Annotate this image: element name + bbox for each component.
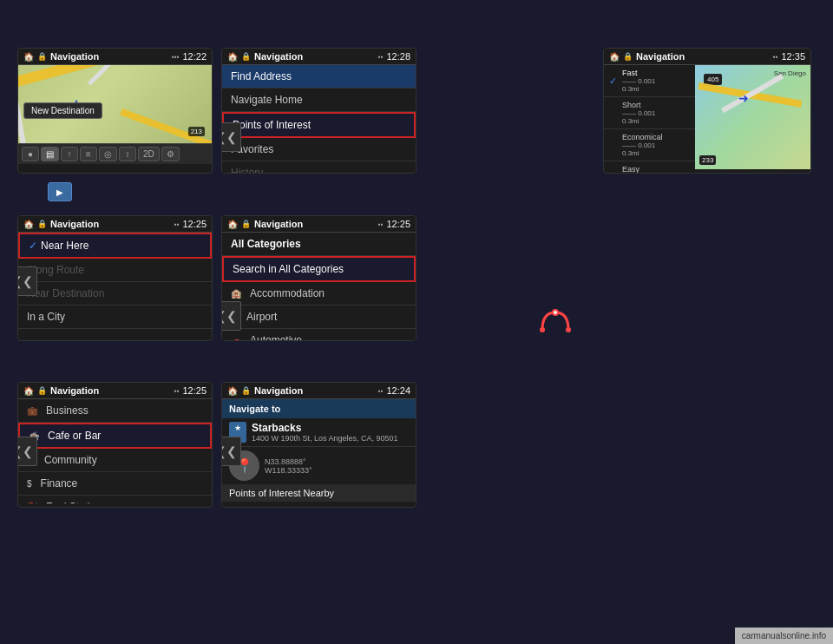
- p2-lock-icon: 🔒: [241, 52, 251, 61]
- menu-near-here[interactable]: ✓ Near Here: [18, 233, 212, 259]
- coords-n: N33.88888°: [265, 457, 312, 466]
- route-road-label: 233: [699, 155, 716, 165]
- nav-btn-poi[interactable]: ◎: [99, 147, 117, 161]
- menu-points-of-interest[interactable]: Points of Interest: [222, 112, 416, 138]
- near-here-check: ✓: [29, 240, 37, 252]
- svg-point-0: [540, 327, 545, 332]
- nav-btn-map[interactable]: ▤: [41, 147, 59, 161]
- road-yellow: [18, 65, 212, 89]
- panel-categories: 🏠 🔒 Navigation ▪▪ 12:25 ❮❮ All Categorie…: [221, 215, 416, 341]
- navigate-to-header: Navigate to: [222, 399, 416, 418]
- panel-nav-menu: 🏠 🔒 Navigation ▪▪ 12:28 ❮❮ Find Address …: [221, 48, 416, 174]
- panel6-header: 🏠 🔒 Navigation ▪▪ 12:25: [18, 383, 212, 399]
- panel1-time: 12:22: [182, 51, 207, 62]
- menu-community[interactable]: 🏛Community: [18, 449, 212, 472]
- p4-lock-icon: 🔒: [37, 220, 47, 228]
- menu-favorites[interactable]: Favorites: [222, 138, 416, 161]
- menu-navigate-home[interactable]: Navigate Home: [222, 89, 416, 112]
- nav-btn-circle[interactable]: ●: [22, 147, 39, 161]
- menu-find-address[interactable]: Find Address: [222, 65, 416, 89]
- route-easy[interactable]: ✓ Easy 0.01: [604, 161, 695, 174]
- panel7-title: Navigation: [254, 385, 303, 396]
- p6-lock-icon: 🔒: [37, 386, 47, 395]
- route-economical[interactable]: ✓ Economical —— 0.001 0.3mi: [604, 129, 695, 161]
- p4-signal: ▪▪: [174, 220, 180, 228]
- p7-home-icon: 🏠: [227, 386, 238, 396]
- panel2-back-arrow[interactable]: ❮❮: [221, 122, 241, 152]
- p2-signal: ▪▪: [378, 53, 384, 61]
- business2-icon: 💼: [27, 406, 37, 416]
- nav-btn-list[interactable]: ≡: [80, 147, 97, 161]
- panel4-back-arrow[interactable]: ❮❮: [17, 266, 37, 296]
- panel4-title: Navigation: [50, 219, 99, 229]
- panel1-title: Navigation: [50, 51, 99, 62]
- panel-subcategories: 🏠 🔒 Navigation ▪▪ 12:25 ❮❮ 💼Business ☕Ca…: [17, 382, 213, 508]
- menu-history[interactable]: History: [222, 161, 416, 174]
- menu-near-destination[interactable]: Near Destination: [18, 282, 212, 306]
- panel2-time: 12:28: [386, 51, 410, 62]
- menu-business2[interactable]: 💼Business: [18, 399, 212, 423]
- p3-signal: ▪▪: [773, 53, 778, 61]
- lock-icon: 🔒: [37, 52, 47, 61]
- panel5-menu-list: All Categories Search in All Categories …: [222, 233, 416, 341]
- menu-search-all[interactable]: Search in All Categories: [222, 256, 416, 282]
- menu-cafe2[interactable]: ☕Cafe or Bar: [18, 423, 212, 449]
- home-icon: 🏠: [23, 52, 34, 62]
- p3-lock-icon: 🔒: [623, 52, 633, 61]
- panel2-menu-list: Find Address Navigate Home Points of Int…: [222, 65, 416, 174]
- menu-accommodation[interactable]: 🏨Accommodation: [222, 282, 416, 306]
- nav-btn-turn[interactable]: ↑: [61, 147, 78, 161]
- panel2-header: 🏠 🔒 Navigation ▪▪ 12:28: [222, 49, 416, 65]
- panel2-title: Navigation: [254, 51, 303, 62]
- poi-coords-row: 📍 N33.88888° W118.33333°: [222, 447, 416, 484]
- panel7-time: 12:24: [386, 385, 410, 396]
- p6-home-icon: 🏠: [23, 386, 34, 396]
- p5-signal: ▪▪: [378, 220, 384, 228]
- poi-address: 1400 W 190th St, Los Angeles, CA, 90501: [252, 434, 398, 443]
- p2-home-icon: 🏠: [227, 52, 238, 62]
- menu-automotive[interactable]: 🚗Automotive: [222, 329, 416, 341]
- nav-btn-info[interactable]: ↕: [119, 147, 136, 161]
- nav-btn-2d[interactable]: 2D: [138, 147, 160, 161]
- fuel-icon: ⛽: [27, 503, 37, 504]
- panel5-header: 🏠 🔒 Navigation ▪▪ 12:25: [222, 216, 416, 233]
- accommodation-icon: 🏨: [231, 289, 241, 299]
- route-path-icon: [538, 308, 573, 339]
- menu-fuel[interactable]: ⛽Fuel Station: [18, 496, 212, 503]
- p5-lock-icon: 🔒: [241, 220, 251, 228]
- p5-home-icon: 🏠: [227, 220, 238, 229]
- panel7-header: 🏠 🔒 Navigation ▪▪ 12:24: [222, 383, 416, 399]
- panel5-title: Navigation: [254, 219, 303, 229]
- panel6-back-arrow[interactable]: ❮❮: [18, 437, 37, 466]
- coords-w: W118.33333°: [265, 466, 312, 475]
- p7-signal: ▪▪: [378, 387, 384, 395]
- panel6-menu-list: 💼Business ☕Cafe or Bar 🏛Community $Finan…: [18, 399, 212, 503]
- panel7-back-arrow[interactable]: ❮❮: [222, 437, 241, 466]
- route-fast-check: ✓: [609, 76, 617, 87]
- menu-along-route[interactable]: Along Route: [18, 259, 212, 282]
- panel3-header: 🏠 🔒 Navigation ▪▪ 12:35: [604, 49, 810, 65]
- route-arrow: ➜: [738, 91, 749, 105]
- p7-lock-icon: 🔒: [241, 386, 251, 395]
- panel4-header: 🏠 🔒 Navigation ▪▪ 12:25: [18, 216, 212, 233]
- watermark: carmanualsonline.info: [735, 628, 833, 644]
- svg-point-2: [553, 310, 558, 315]
- route-fast[interactable]: ✓ Fast —— 0.001 0.3mi: [604, 65, 695, 97]
- panel5-back-arrow[interactable]: ❮❮: [221, 301, 241, 331]
- panel3-title: Navigation: [636, 51, 685, 62]
- svg-point-1: [566, 327, 571, 332]
- road-yellow2: [120, 108, 212, 143]
- finance-icon: $: [27, 479, 32, 489]
- menu-in-a-city[interactable]: In a City: [18, 306, 212, 329]
- standalone-nav-icon[interactable]: ▶: [48, 182, 72, 201]
- p3-home-icon: 🏠: [609, 52, 620, 62]
- menu-finance[interactable]: $Finance: [18, 472, 212, 496]
- menu-airport[interactable]: ✈Airport: [222, 306, 416, 329]
- panel-navigate-to: 🏠 🔒 Navigation ▪▪ 12:24 ❮❮ Navigate to ★…: [221, 382, 416, 508]
- new-destination-button[interactable]: New Destination: [23, 102, 102, 119]
- nav-btn-settings[interactable]: ⚙: [161, 147, 180, 161]
- route-short[interactable]: ✓ Short —— 0.001 0.3mi: [604, 97, 695, 129]
- panel1-signal: ▪▪▪: [172, 53, 180, 61]
- p4-home-icon: 🏠: [23, 220, 34, 229]
- nav-button-bar: ● ▤ ↑ ≡ ◎ ↕ 2D ⚙: [18, 143, 212, 164]
